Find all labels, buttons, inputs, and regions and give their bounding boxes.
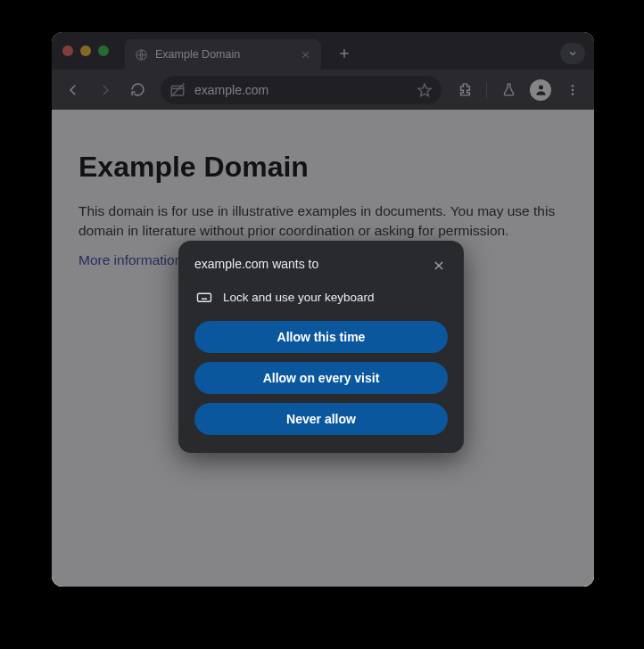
svg-point-4	[572, 85, 574, 87]
labs-button[interactable]	[494, 76, 523, 104]
profile-button[interactable]	[526, 76, 555, 104]
page-paragraph: This domain is for use in illustrative e…	[78, 201, 567, 240]
reload-button[interactable]	[123, 76, 152, 104]
browser-tab[interactable]: Example Domain	[125, 39, 321, 70]
window-close-button[interactable]	[62, 45, 73, 56]
bookmark-icon[interactable]	[417, 82, 433, 98]
extensions-button[interactable]	[450, 76, 479, 104]
toolbar-separator	[486, 82, 487, 98]
back-button[interactable]	[59, 76, 87, 104]
site-info-icon[interactable]	[169, 82, 186, 98]
permission-item: Lock and use your keyboard	[194, 289, 448, 305]
avatar	[530, 79, 551, 101]
allow-once-button[interactable]: Allow this time	[194, 321, 448, 353]
globe-icon	[134, 47, 148, 62]
permission-title: example.com wants to	[194, 257, 318, 271]
window-maximize-button[interactable]	[98, 45, 109, 56]
tab-overflow-button[interactable]	[560, 43, 585, 64]
url-text: example.com	[194, 83, 408, 97]
omnibox[interactable]: example.com	[161, 76, 442, 104]
permission-header: example.com wants to	[194, 257, 448, 275]
permission-dialog: example.com wants to Lock and use your k…	[178, 241, 464, 453]
page-heading: Example Domain	[78, 151, 567, 184]
window-controls	[62, 45, 109, 56]
svg-point-3	[539, 86, 543, 90]
menu-button[interactable]	[558, 76, 587, 104]
never-allow-button[interactable]: Never allow	[194, 403, 448, 435]
svg-point-6	[572, 93, 574, 95]
more-info-link[interactable]: More information...	[78, 252, 194, 267]
tab-strip: Example Domain	[52, 32, 594, 70]
new-tab-button[interactable]	[332, 41, 357, 66]
toolbar: example.com	[52, 70, 594, 110]
svg-rect-7	[198, 293, 211, 301]
allow-always-button[interactable]: Allow on every visit	[194, 362, 448, 394]
window-minimize-button[interactable]	[80, 45, 91, 56]
permission-item-text: Lock and use your keyboard	[223, 291, 375, 304]
permission-close-button[interactable]	[430, 257, 448, 275]
keyboard-icon	[196, 289, 212, 305]
tab-title: Example Domain	[155, 48, 291, 61]
svg-point-5	[572, 88, 574, 91]
tab-close-button[interactable]	[298, 47, 312, 62]
permission-buttons: Allow this time Allow on every visit Nev…	[194, 321, 448, 435]
forward-button[interactable]	[91, 76, 120, 104]
